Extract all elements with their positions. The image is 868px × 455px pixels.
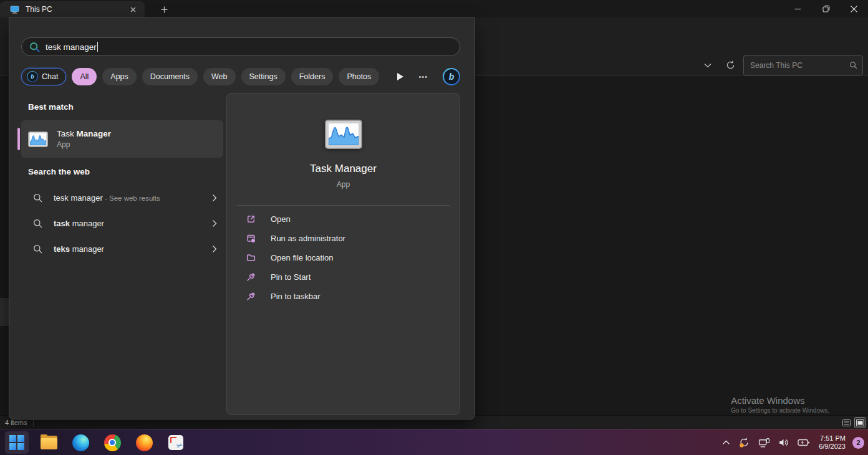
- action-label: Run as administrator: [271, 234, 345, 243]
- tab-title: This PC: [26, 5, 127, 14]
- explorer-search-box[interactable]: [743, 55, 863, 75]
- notification-badge[interactable]: 2: [852, 437, 864, 449]
- best-match-text: Task Manager App: [57, 129, 111, 149]
- chip-apps[interactable]: Apps: [102, 68, 137, 85]
- restore-button[interactable]: [812, 0, 840, 17]
- chip-settings-label: Settings: [249, 72, 277, 81]
- chip-folders[interactable]: Folders: [291, 68, 334, 85]
- item-count-label: 4 items: [5, 419, 27, 426]
- snipping-tool-icon: ✂: [168, 435, 183, 450]
- run-as-administrator-icon: [246, 233, 256, 244]
- firefox-icon: [136, 434, 153, 451]
- snipping-tool-button[interactable]: ✂: [164, 431, 188, 454]
- sync-status-button[interactable]: [736, 433, 752, 452]
- system-tray: 7:51 PM 6/9/2023 2: [720, 429, 864, 455]
- chrome-button[interactable]: [100, 431, 124, 454]
- result-preview-panel: Task Manager App Open Run as administrat…: [226, 93, 460, 415]
- action-label: Open file location: [271, 253, 333, 262]
- chip-documents[interactable]: Documents: [142, 68, 198, 85]
- bing-chat-icon[interactable]: b: [443, 68, 460, 85]
- action-label: Pin to Start: [271, 272, 311, 282]
- text-caret: [97, 42, 98, 52]
- action-pin-to-taskbar[interactable]: Pin to taskbar: [227, 287, 460, 306]
- explorer-tab-bar: This PC: [0, 0, 868, 17]
- chip-all[interactable]: All: [72, 68, 97, 85]
- windows-start-icon: [9, 435, 24, 450]
- file-explorer-button[interactable]: [37, 431, 60, 454]
- app-name-matched: Manager: [77, 129, 112, 138]
- action-pin-to-start[interactable]: Pin to Start: [227, 267, 460, 287]
- action-open[interactable]: Open: [227, 209, 460, 229]
- search-icon: [33, 193, 42, 203]
- chips-extra-controls: ••• b: [397, 68, 464, 85]
- status-separator: [33, 419, 34, 426]
- search-the-web-heading: Search the web: [28, 167, 90, 176]
- chip-settings[interactable]: Settings: [241, 68, 286, 85]
- chip-photos[interactable]: Photos: [339, 68, 379, 85]
- action-run-as-administrator[interactable]: Run as administrator: [227, 229, 460, 248]
- open-file-location-icon: [246, 252, 256, 263]
- chip-web[interactable]: Web: [203, 68, 235, 85]
- play-icon[interactable]: [397, 73, 403, 80]
- app-name-prefix: Task: [57, 129, 77, 138]
- chip-photos-label: Photos: [347, 72, 371, 81]
- explorer-tab-this-pc[interactable]: This PC: [0, 1, 145, 17]
- new-tab-button[interactable]: [157, 3, 171, 16]
- chevron-right-icon: [212, 194, 217, 202]
- search-icon: [29, 42, 40, 52]
- app-type-label: App: [57, 140, 111, 149]
- taskbar: ✂: [0, 429, 868, 455]
- tab-close-icon[interactable]: [127, 4, 138, 15]
- chevron-up-icon: [722, 440, 730, 445]
- taskbar-app-icons: ✂: [5, 431, 188, 454]
- web-suggestion-row[interactable]: teks manager: [21, 236, 223, 261]
- chip-chat[interactable]: b Chat: [21, 68, 66, 85]
- volume-button[interactable]: [776, 433, 791, 452]
- refresh-icon[interactable]: [721, 57, 740, 74]
- task-manager-icon: [28, 132, 48, 147]
- start-button[interactable]: [5, 431, 29, 454]
- firefox-button[interactable]: [132, 431, 156, 454]
- battery-button[interactable]: [796, 433, 812, 452]
- open-icon: [246, 214, 256, 224]
- large-icons-view-icon[interactable]: [854, 417, 866, 428]
- details-view-icon[interactable]: [841, 417, 852, 428]
- best-match-heading: Best match: [28, 102, 74, 112]
- tray-overflow-button[interactable]: [720, 433, 732, 452]
- search-input[interactable]: tesk manager: [21, 37, 460, 56]
- nav-pane-fragment: [0, 298, 9, 326]
- explorer-toolbar: [698, 55, 863, 75]
- clock-date: 6/9/2023: [819, 443, 846, 451]
- chip-web-label: Web: [211, 72, 227, 81]
- web-suggestion-row[interactable]: task manager: [21, 211, 223, 236]
- pin-to-start-icon: [246, 272, 256, 282]
- chip-all-label: All: [80, 72, 89, 81]
- chip-documents-label: Documents: [150, 72, 190, 81]
- action-open-file-location[interactable]: Open file location: [227, 248, 460, 267]
- explorer-search-input[interactable]: [750, 61, 849, 70]
- chevron-down-icon[interactable]: [698, 57, 717, 74]
- file-explorer-icon: [41, 436, 57, 449]
- action-label: Open: [271, 214, 291, 224]
- sync-icon: [738, 437, 750, 448]
- edge-button[interactable]: [69, 431, 92, 454]
- minimize-button[interactable]: [784, 0, 812, 17]
- chip-apps-label: Apps: [110, 72, 128, 81]
- action-label: Pin to taskbar: [271, 292, 321, 301]
- taskbar-clock[interactable]: 7:51 PM 6/9/2023: [819, 434, 846, 451]
- best-match-result-task-manager[interactable]: Task Manager App: [21, 120, 223, 158]
- network-button[interactable]: [756, 433, 772, 452]
- web-suggestion-row[interactable]: tesk manager - See web results: [21, 185, 223, 210]
- clock-time: 7:51 PM: [819, 434, 846, 443]
- selection-accent-bar: [17, 128, 20, 150]
- search-filter-chips: b Chat All Apps Documents Web Settings F…: [21, 67, 464, 86]
- more-options-icon[interactable]: •••: [418, 73, 428, 80]
- battery-charging-icon: [798, 438, 810, 447]
- close-button[interactable]: [840, 0, 868, 17]
- preview-divider: [237, 205, 450, 206]
- speaker-icon: [778, 438, 789, 448]
- search-icon: [849, 61, 857, 69]
- task-manager-icon-large: [325, 120, 362, 149]
- edge-icon: [72, 434, 89, 451]
- chevron-right-icon: [212, 245, 217, 253]
